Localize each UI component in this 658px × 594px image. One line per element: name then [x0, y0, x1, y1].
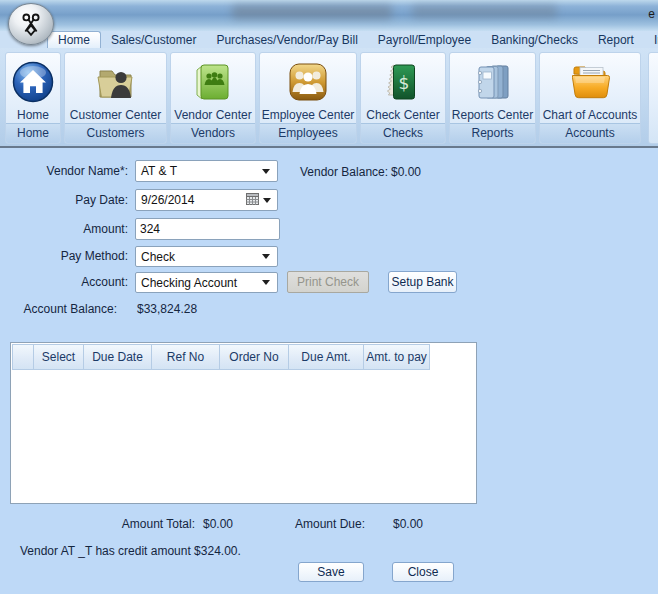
group-band-accounts: Accounts	[540, 123, 640, 143]
tab-payroll-employee[interactable]: Payroll/Employee	[368, 31, 481, 48]
bills-table-header: Select Due Date Ref No Order No Due Amt.…	[11, 343, 476, 370]
svg-text:$: $	[399, 73, 410, 93]
account-label: Account:	[0, 275, 128, 289]
ribbon-group-home: Home Home	[5, 52, 61, 144]
calendar-icon	[246, 193, 259, 208]
home-icon	[11, 60, 55, 104]
vendor-center-button[interactable]: Vendor Center	[171, 53, 255, 123]
setup-bank-button[interactable]: Setup Bank	[388, 271, 457, 293]
reports-center-label: Reports Center	[452, 108, 533, 123]
group-band-home: Home	[6, 123, 60, 143]
chart-of-accounts-button[interactable]: Chart of Accounts	[540, 53, 640, 123]
column-header-ref-no[interactable]: Ref No	[151, 344, 220, 370]
app-window: e Home Sales/Customer Purchases/Vendor/P…	[0, 0, 658, 594]
amount-due-label: Amount Due:	[270, 517, 365, 531]
column-header-due-amt[interactable]: Due Amt.	[288, 344, 364, 370]
ribbon-group-employees: Employee Center Employees	[259, 52, 357, 144]
vendor-name-value: AT & T	[141, 164, 177, 178]
column-header-order-no[interactable]: Order No	[219, 344, 289, 370]
customer-folder-icon	[93, 60, 139, 104]
customer-center-label: Customer Center	[70, 108, 161, 123]
pay-date-picker[interactable]: 9/26/2014	[135, 189, 278, 211]
ribbon: Home Home Customer Center Customers	[0, 48, 658, 146]
amount-label: Amount:	[0, 222, 128, 236]
print-check-button: Print Check	[287, 271, 369, 293]
column-header-due-date[interactable]: Due Date	[83, 344, 152, 370]
chevron-down-icon	[262, 280, 270, 285]
group-band-vendors: Vendors	[171, 123, 255, 143]
pay-date-label: Pay Date:	[0, 193, 128, 207]
reports-icon	[470, 60, 516, 104]
employee-center-button[interactable]: Employee Center	[260, 53, 356, 123]
group-band-checks: Checks	[361, 123, 445, 143]
pay-date-value: 9/26/2014	[141, 193, 194, 207]
checkbook-icon: $	[380, 60, 426, 104]
customer-center-button[interactable]: Customer Center	[65, 53, 166, 123]
column-header-row-selector	[12, 344, 34, 370]
vendor-balance-label: Vendor Balance:	[300, 165, 388, 179]
ribbon-group-checks: $ Check Center Checks	[360, 52, 446, 144]
pay-bill-form: Vendor Name*: AT & T Vendor Balance: $0.…	[0, 148, 658, 594]
employee-center-label: Employee Center	[262, 108, 355, 123]
account-value: Checking Account	[141, 276, 237, 290]
vendor-balance-value: $0.00	[391, 165, 421, 179]
vendor-credit-notice: Vendor AT _T has credit amount $324.00.	[20, 544, 241, 558]
employees-icon	[285, 60, 331, 104]
ribbon-group-vendors: Vendor Center Vendors	[170, 52, 256, 144]
ribbon-group-customers: Customer Center Customers	[64, 52, 167, 144]
tab-home[interactable]: Home	[47, 31, 101, 48]
chart-of-accounts-label: Chart of Accounts	[543, 108, 638, 123]
check-center-label: Check Center	[366, 108, 439, 123]
amount-total-value: $0.00	[203, 517, 233, 531]
chevron-down-icon	[262, 254, 270, 259]
chevron-down-icon	[262, 169, 270, 174]
check-center-button[interactable]: $ Check Center	[361, 53, 445, 123]
tab-import-export[interactable]: Import/Export	[644, 31, 658, 48]
column-header-select[interactable]: Select	[33, 344, 84, 370]
app-logo-button[interactable]	[8, 3, 54, 45]
ribbon-group-partial	[648, 52, 658, 144]
column-header-amt-to-pay[interactable]: Amt. to pay	[363, 344, 430, 370]
account-balance-label: Account Balance:	[0, 302, 117, 316]
close-button[interactable]: Close	[392, 562, 454, 582]
amount-input[interactable]	[135, 218, 280, 240]
ribbon-group-reports: Reports Center Reports	[449, 52, 536, 144]
home-button[interactable]: Home	[6, 53, 60, 123]
title-fragment: e	[648, 7, 655, 21]
account-balance-value: $33,824.28	[137, 302, 197, 316]
title-bar: e	[0, 0, 658, 31]
pay-method-value: Check	[141, 250, 175, 264]
app-logo-icon	[16, 9, 46, 39]
group-band-customers: Customers	[65, 123, 166, 143]
tab-sales-customer[interactable]: Sales/Customer	[101, 31, 206, 48]
ribbon-group-accounts: Chart of Accounts Accounts	[539, 52, 641, 144]
redacted-title-blur	[232, 5, 392, 19]
amount-due-value: $0.00	[393, 517, 423, 531]
amount-total-label: Amount Total:	[80, 517, 195, 531]
tab-banking-checks[interactable]: Banking/Checks	[481, 31, 588, 48]
account-select[interactable]: Checking Account	[135, 272, 278, 293]
pay-method-select[interactable]: Check	[135, 246, 278, 267]
group-band-reports: Reports	[450, 123, 535, 143]
save-button[interactable]: Save	[298, 562, 364, 582]
vendor-name-select[interactable]: AT & T	[135, 160, 278, 182]
home-button-label: Home	[17, 108, 49, 123]
vendor-book-icon	[190, 60, 236, 104]
vendor-name-label: Vendor Name*:	[0, 164, 128, 178]
tab-purchases-vendor-pay-bill[interactable]: Purchases/Vendor/Pay Bill	[206, 31, 367, 48]
redacted-title-blur	[412, 5, 557, 18]
ribbon-tab-bar: Home Sales/Customer Purchases/Vendor/Pay…	[0, 31, 658, 48]
accounts-folder-icon	[567, 60, 613, 104]
reports-center-button[interactable]: Reports Center	[450, 53, 535, 123]
bills-table[interactable]: Select Due Date Ref No Order No Due Amt.…	[10, 342, 477, 504]
group-band-employees: Employees	[260, 123, 356, 143]
pay-method-label: Pay Method:	[0, 249, 128, 263]
chevron-down-icon	[263, 198, 271, 203]
vendor-center-label: Vendor Center	[174, 108, 251, 123]
tab-report[interactable]: Report	[588, 31, 644, 48]
